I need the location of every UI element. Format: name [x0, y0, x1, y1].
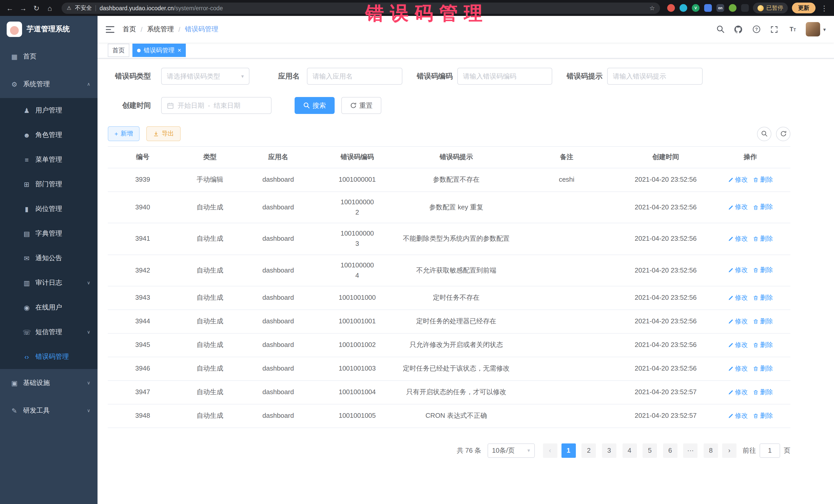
page-number-button[interactable]: 6	[663, 443, 678, 458]
start-date-placeholder: 开始日期	[178, 101, 204, 110]
sidebar-item[interactable]: ♟ 用户管理	[0, 98, 97, 123]
refresh-table-button[interactable]	[776, 127, 790, 141]
edit-link[interactable]: 修改	[728, 293, 748, 303]
browser-home-icon[interactable]: ⌂	[45, 4, 54, 12]
font-size-icon[interactable]: TT	[788, 25, 797, 34]
delete-link[interactable]: 删除	[753, 293, 773, 303]
page-number-button[interactable]: ···	[683, 443, 698, 458]
extension-icon[interactable]	[729, 4, 737, 12]
sidebar-item[interactable]: ▥ 审计日志 ∨	[0, 270, 97, 295]
app-name-input[interactable]	[312, 72, 397, 80]
cell-operations: 修改 删除	[710, 197, 790, 218]
delete-link[interactable]: 删除	[753, 234, 773, 244]
page-size-select[interactable]: 10条/页 ▾	[487, 443, 534, 458]
user-menu[interactable]: ▾	[806, 22, 826, 37]
goto-page-input[interactable]	[760, 443, 780, 458]
delete-link[interactable]: 删除	[753, 364, 773, 374]
edit-link[interactable]: 修改	[728, 175, 748, 185]
page-number-button[interactable]: 4	[622, 443, 637, 458]
goto-suffix: 页	[784, 446, 790, 455]
close-icon[interactable]: ×	[178, 47, 181, 53]
add-button[interactable]: + 新增	[108, 126, 139, 141]
edit-link[interactable]: 修改	[728, 411, 748, 421]
extension-icon[interactable]: on	[717, 4, 724, 12]
tab-label: 首页	[112, 46, 125, 54]
extension-icon[interactable]	[667, 4, 675, 12]
extension-icon[interactable]	[704, 4, 712, 12]
sidebar-item[interactable]: ▮ 岗位管理	[0, 197, 97, 221]
page-number-button[interactable]: 3	[602, 443, 616, 458]
view-tab[interactable]: 首页 ×	[108, 44, 129, 57]
sidebar-item[interactable]: ✉ 通知公告	[0, 246, 97, 270]
breadcrumb-item[interactable]: 首页 /	[123, 25, 142, 34]
browser-menu-icon[interactable]: ⋮	[820, 4, 829, 12]
prev-page-button[interactable]: ‹	[543, 443, 557, 458]
reset-button[interactable]: 重置	[341, 97, 381, 114]
table-header-cell: 创建时间	[621, 147, 710, 168]
export-button[interactable]: 导出	[146, 126, 181, 141]
sidebar-item[interactable]: ▣ 基础设施 ∨	[0, 369, 97, 397]
next-page-button[interactable]: ›	[722, 443, 737, 458]
edit-link[interactable]: 修改	[728, 316, 748, 326]
error-msg-input[interactable]	[613, 72, 697, 80]
sidebar-item[interactable]: ▤ 字典管理	[0, 221, 97, 246]
sidebar-item[interactable]: ⊞ 部门管理	[0, 172, 97, 197]
breadcrumb-item[interactable]: 错误码管理 /	[185, 25, 218, 34]
browser-update-button[interactable]: 更新	[792, 3, 815, 13]
sidebar-item[interactable]: ▦ 首页	[0, 43, 97, 70]
help-icon[interactable]: ?	[752, 25, 761, 34]
edit-link[interactable]: 修改	[728, 364, 748, 374]
page-number-button[interactable]: 1	[561, 443, 576, 458]
delete-link[interactable]: 删除	[753, 265, 773, 275]
view-tab[interactable]: 错误码管理 ×	[132, 44, 186, 57]
hamburger-icon[interactable]	[106, 26, 114, 32]
error-type-select[interactable]: 请选择错误码类型 ▾	[161, 68, 249, 85]
security-label[interactable]: 不安全	[75, 4, 92, 12]
reload-icon[interactable]: ↻	[32, 4, 41, 12]
table-row: 3939 手动编辑 dashboard 1001000001 参数配置不存在 c…	[108, 168, 790, 192]
sidebar-item[interactable]: ≡ 菜单管理	[0, 147, 97, 172]
delete-link[interactable]: 删除	[753, 202, 773, 213]
fullscreen-icon[interactable]	[770, 25, 779, 34]
edit-link[interactable]: 修改	[728, 340, 748, 350]
sidebar-item[interactable]: ⚙ 系统管理 ∧	[0, 70, 97, 98]
table-header-cell: 错误码提示	[400, 147, 512, 168]
edit-link[interactable]: 修改	[728, 265, 748, 275]
breadcrumb-item[interactable]: 系统管理 /	[147, 25, 180, 34]
sidebar-logo-row[interactable]: 芋道管理系统	[0, 16, 97, 43]
extension-icon[interactable]: V	[692, 4, 700, 12]
cell-remark: ceshi	[512, 170, 621, 190]
forward-icon[interactable]: →	[19, 4, 28, 12]
error-code-input[interactable]	[463, 72, 547, 80]
search-button[interactable]: 搜索	[294, 97, 335, 114]
edit-link[interactable]: 修改	[728, 202, 748, 213]
delete-link[interactable]: 删除	[753, 411, 773, 421]
cell-id: 3942	[108, 260, 178, 281]
page-number-button[interactable]: 5	[642, 443, 657, 458]
delete-link[interactable]: 删除	[753, 175, 773, 185]
delete-link[interactable]: 删除	[753, 387, 773, 397]
sidebar-item[interactable]: ‹› 错误码管理	[0, 344, 97, 369]
delete-link[interactable]: 删除	[753, 340, 773, 350]
show-search-toggle-button[interactable]	[757, 127, 771, 141]
profile-paused-badge[interactable]: 已暂停	[753, 3, 788, 13]
back-icon[interactable]: ←	[5, 4, 14, 12]
page-number-button[interactable]: 8	[704, 443, 718, 458]
sidebar-item[interactable]: ☻ 角色管理	[0, 123, 97, 147]
edit-link[interactable]: 修改	[728, 234, 748, 244]
search-icon[interactable]	[716, 25, 725, 34]
sidebar-item[interactable]: ◉ 在线用户	[0, 295, 97, 320]
github-icon[interactable]	[734, 25, 743, 34]
sidebar-item[interactable]: ☏ 短信管理 ∨	[0, 320, 97, 344]
page-number-button[interactable]: 2	[582, 443, 596, 458]
extension-icon[interactable]	[741, 4, 749, 12]
sidebar-item[interactable]: ✎ 研发工具 ∨	[0, 397, 97, 424]
edit-link[interactable]: 修改	[728, 387, 748, 397]
address-bar[interactable]: ⚠ 不安全 dashboard.yudao.iocoder.cn/system/…	[62, 2, 660, 14]
cell-app: dashboard	[242, 229, 314, 249]
bookmark-star-icon[interactable]: ☆	[649, 4, 655, 12]
cell-msg: CRON 表达式不正确	[400, 406, 512, 426]
date-range-picker[interactable]: 开始日期 - 结束日期	[161, 97, 271, 114]
extension-icon[interactable]	[680, 4, 687, 12]
delete-link[interactable]: 删除	[753, 316, 773, 326]
